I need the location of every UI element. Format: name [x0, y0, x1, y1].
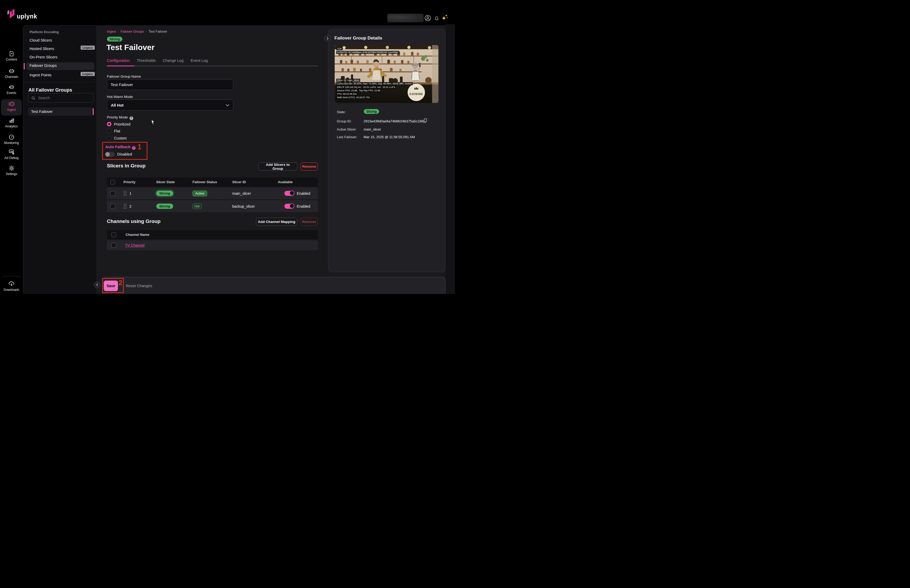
column-channel-name: Channel Name — [118, 233, 149, 237]
slicer-row-main[interactable]: 1 Slicing Active main_slicer Enabled — [107, 187, 318, 199]
failover-group-list-item[interactable]: Test Failover — [28, 107, 94, 116]
slicer-state-badge: Slicing — [156, 204, 173, 209]
sidebar-item-failover-groups[interactable]: Failover Groups — [29, 63, 57, 69]
sidebar-item-events[interactable]: Events — [0, 84, 23, 95]
detail-last-failover-value: Mar 15, 2025 @ 11:56:55.091 AM — [364, 135, 415, 139]
user-avatar-icon[interactable] — [425, 15, 431, 21]
overlay-slicer-id: Slicer ID: main_slicer — [336, 79, 360, 82]
sidebar-item-downloads[interactable]: Downloads — [0, 281, 23, 292]
row-checkbox[interactable] — [110, 191, 115, 196]
channel-link[interactable]: TV Channel — [125, 243, 145, 247]
toggle-knob — [289, 204, 294, 208]
sidebar-item-ad-debug[interactable]: Ad Ad Debug — [0, 149, 23, 160]
column-slicer-id: Slicer ID — [230, 180, 276, 184]
sidebar-item-on-prem-slicers[interactable]: On-Prem Slicers — [29, 55, 57, 61]
priority-value: 2 — [129, 204, 132, 208]
overlay-ebu: EBU R 128 (vol 3s) src: -15.01 LUFS, out… — [336, 86, 396, 89]
auto-failback-help-icon[interactable]: ? — [132, 146, 136, 150]
settings-gear-icon — [8, 165, 15, 171]
select-all-checkbox[interactable] — [110, 180, 115, 184]
radio-custom[interactable]: Custom — [107, 136, 127, 140]
all-failover-groups-heading: All Failover Groups — [28, 87, 72, 93]
sidebar-item-ingest-points[interactable]: Ingest Points — [29, 73, 52, 79]
analytics-bars-icon — [8, 117, 15, 124]
sidebar-item-settings[interactable]: Settings — [0, 165, 23, 176]
collapse-sidebar-button[interactable] — [94, 282, 100, 288]
details-panel-title: Failover Group Details — [335, 36, 382, 41]
sidebar-divider — [23, 82, 97, 82]
failover-status-badge: Active — [192, 191, 207, 196]
nav-label: Analytics — [0, 124, 23, 128]
slicers-table-header: Priority Slicer State Failover Status Sl… — [107, 178, 318, 187]
sidebar-item-ingest[interactable]: Ingest — [0, 101, 23, 111]
sidebar-item-content[interactable]: Content — [0, 50, 23, 61]
nav-divider — [2, 276, 21, 276]
detail-label-state: State: — [337, 110, 346, 114]
row-checkbox[interactable] — [112, 243, 116, 248]
tab-configuration[interactable]: Configuration — [107, 58, 129, 63]
nav-label: Ad Debug — [0, 156, 23, 160]
secondary-sidebar: Platform Encoding Cloud Slicers Hosted S… — [23, 25, 97, 294]
radio-button-selected[interactable] — [107, 122, 112, 126]
toggle-knob — [105, 152, 110, 157]
radio-prioritized[interactable]: Prioritized — [107, 122, 130, 126]
tab-event-log[interactable]: Event Log — [191, 58, 208, 63]
channels-heading: Channels using Group — [107, 218, 161, 224]
auto-failback-toggle[interactable] — [105, 152, 115, 157]
page-title: Test Failover — [107, 43, 155, 52]
channels-icon — [8, 68, 15, 74]
legacy-badge: Legacy — [81, 45, 95, 50]
available-toggle[interactable] — [284, 204, 294, 209]
copy-icon[interactable] — [423, 118, 427, 123]
overlay-luma: Luma (3s) min: 40.03%, max: 71.56%, avg:… — [336, 82, 412, 85]
row-checkbox[interactable] — [110, 204, 115, 209]
column-priority: Priority — [118, 180, 154, 184]
primary-nav: Content Channels Events Ingest — [0, 24, 23, 294]
radio-button[interactable] — [107, 136, 112, 140]
sidebar-item-cloud-slicers[interactable]: Cloud Slicers — [29, 38, 52, 44]
ai-sparkles-icon[interactable] — [441, 14, 449, 21]
uplynk-logo-icon[interactable] — [7, 10, 16, 19]
search-input[interactable] — [38, 95, 86, 100]
sidebar-item-analytics[interactable]: Analytics — [0, 117, 23, 128]
tab-thresholds[interactable]: Thresholds — [137, 58, 156, 63]
priority-mode-help-icon[interactable]: ? — [129, 116, 133, 120]
slicer-row-backup[interactable]: 2 Slicing Hot backup_slicer Enabled — [107, 200, 318, 212]
overlay-top-label: TOP — [336, 47, 343, 50]
reset-changes-button[interactable]: Reset Changes — [126, 284, 152, 288]
failover-group-name-input[interactable] — [107, 79, 233, 90]
tab-change-log[interactable]: Change Log — [163, 58, 184, 63]
available-toggle[interactable] — [284, 191, 294, 196]
notifications-bell-icon[interactable] — [434, 15, 440, 21]
add-slicers-button[interactable]: Add Slicers to Group — [258, 162, 297, 171]
radio-flat[interactable]: Flat — [107, 129, 120, 133]
column-slicer-state: Slicer State — [154, 180, 191, 184]
collapse-details-button[interactable] — [324, 35, 331, 42]
nav-label: Ingest — [0, 108, 23, 111]
sidebar-item-channels[interactable]: Channels — [0, 68, 23, 79]
drag-handle-icon[interactable] — [124, 191, 126, 196]
sidebar-item-monitoring[interactable]: Monitoring — [0, 134, 23, 145]
channel-row[interactable]: TV Channel — [107, 240, 318, 250]
chevron-left-icon — [96, 283, 98, 286]
hot-warm-mode-select[interactable]: All Hot — [107, 100, 233, 111]
action-footer — [102, 277, 446, 294]
account-name-redacted — [387, 14, 423, 23]
failover-groups-search[interactable] — [28, 93, 94, 103]
breadcrumb-ingest[interactable]: Ingest — [107, 30, 116, 34]
sidebar-item-hosted-slicers[interactable]: Hosted Slicers — [29, 47, 54, 52]
nav-label: Settings — [0, 172, 23, 176]
nav-label: Channels — [0, 75, 23, 79]
logo-wordmark[interactable]: uplynk — [17, 13, 37, 20]
active-tab-indicator — [107, 66, 134, 66]
remove-slicers-button[interactable]: Remove — [301, 162, 318, 171]
radio-button[interactable] — [107, 129, 112, 133]
remove-channel-button[interactable]: Remove — [301, 218, 318, 226]
auto-failback-state: Disabled — [117, 152, 132, 156]
breadcrumb-failover-groups[interactable]: Failover Groups — [121, 30, 144, 34]
drag-handle-icon[interactable] — [124, 204, 126, 209]
sidebar-active-indicator — [24, 63, 25, 69]
add-channel-mapping-button[interactable]: Add Channel Mapping — [256, 218, 297, 226]
select-all-checkbox[interactable] — [112, 233, 116, 237]
sidebar-item-support[interactable]: Support — [0, 294, 23, 294]
